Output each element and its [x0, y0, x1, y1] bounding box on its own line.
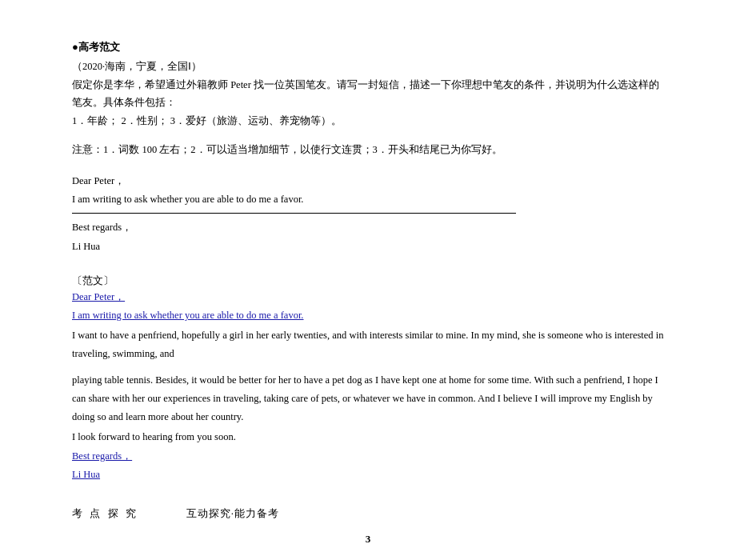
letter-name: Li Hua [72, 238, 664, 257]
letter-opening: Dear Peter， [72, 172, 664, 191]
conditions-text: 1．年龄； 2．性别； 3．爱好（旅游、运动、养宠物等）。 [72, 112, 664, 130]
letter-closing: Best regards， [72, 218, 664, 238]
letter-body: I am writing to ask whether you are able… [72, 190, 664, 210]
fanwen-name: Li Hua [72, 466, 664, 484]
prompt-text: 假定你是李华，希望通过外籍教师 Peter 找一位英国笔友。请写一封短信，描述一… [72, 76, 664, 112]
kaodian-left: 考 点 探 究 [72, 506, 138, 521]
fanwen-para2: playing table tennis. Besides, it would … [72, 371, 664, 426]
kaodian-right: 互动探究·能力备考 [186, 506, 279, 521]
note-text: 注意：1．词数 100 左右；2．可以适当增加细节，以使行文连贯；3．开头和结尾… [72, 141, 664, 159]
fanwen-line1: Dear Peter， [72, 288, 664, 306]
letter-area: Dear Peter， I am writing to ask whether … [72, 172, 664, 257]
fanwen-section: 〔范文〕 Dear Peter， I am writing to ask whe… [72, 274, 664, 484]
fanwen-para1: I want to have a penfriend, hopefully a … [72, 326, 664, 363]
fanwen-body: Dear Peter， I am writing to ask whether … [72, 288, 664, 484]
letter-divider [72, 213, 516, 214]
fanwen-line2: I am writing to ask whether you are able… [72, 306, 664, 325]
kaodian-section: 考 点 探 究 互动探究·能力备考 [72, 506, 664, 521]
fanwen-line3: I look forward to hearing from you soon. [72, 428, 664, 446]
fanwen-label: 〔范文〕 [72, 274, 664, 288]
source-line: （2020·海南，宁夏，全国Ⅰ） [72, 58, 664, 76]
section-title: ●高考范文 [72, 40, 664, 54]
page-number: 3 [366, 533, 371, 546]
page: ●高考范文 （2020·海南，宁夏，全国Ⅰ） 假定你是李华，希望通过外籍教师 P… [0, 0, 736, 560]
fanwen-closing: Best regards， [72, 447, 664, 466]
